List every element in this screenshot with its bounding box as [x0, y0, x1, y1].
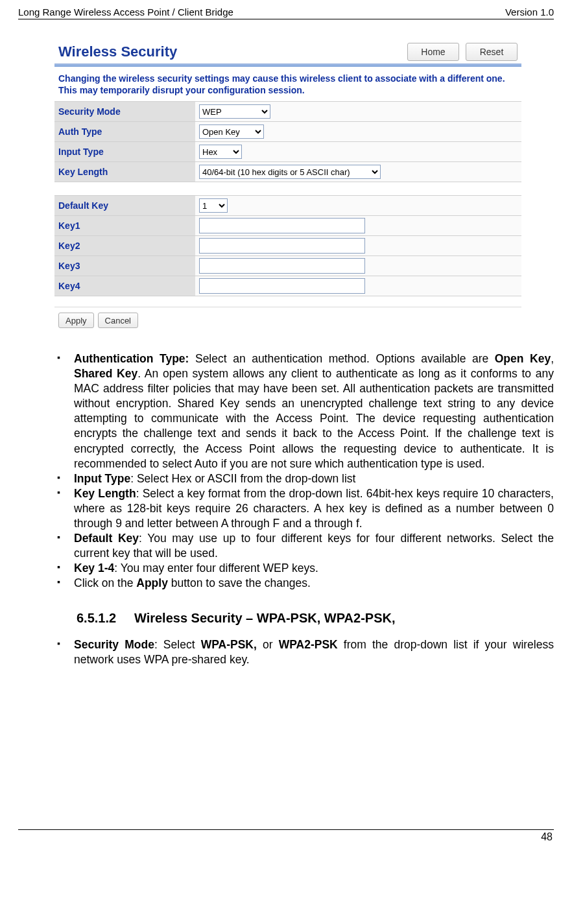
bullet-key-length: Key Length: Select a key format from the… [57, 486, 554, 531]
doc-bullets-2: Security Mode: Select WPA-PSK, or WPA2-P… [18, 637, 554, 667]
label-key2: Key2 [54, 236, 195, 256]
header-right: Version 1.0 [505, 6, 554, 18]
page-number: 48 [541, 831, 553, 842]
input-type-select[interactable]: Hex [199, 145, 242, 159]
page-footer: 48 [18, 829, 554, 843]
label-key4: Key4 [54, 276, 195, 296]
bullet-apply: Click on the Apply button to save the ch… [57, 576, 554, 591]
label-key3: Key3 [54, 256, 195, 276]
form-divider [54, 307, 521, 307]
bullet-input-type: Input Type: Select Hex or ASCII from the… [57, 471, 554, 486]
bullet-auth-type: Authentication Type: Select an authentic… [57, 351, 554, 471]
key-length-select[interactable]: 40/64-bit (10 hex digits or 5 ASCII char… [199, 165, 381, 179]
router-screenshot: Wireless Security Home Reset Changing th… [54, 38, 521, 333]
header-left: Long Range Wireless Access Point / Clien… [18, 6, 233, 18]
label-input-type: Input Type [54, 142, 195, 162]
label-key-length: Key Length [54, 162, 195, 182]
cancel-button[interactable]: Cancel [98, 313, 138, 328]
key1-input[interactable] [199, 218, 365, 233]
home-button[interactable]: Home [407, 43, 459, 61]
bullet-key-1-4: Key 1-4: You may enter four different WE… [57, 561, 554, 576]
auth-type-select[interactable]: Open Key [199, 124, 264, 139]
key4-input[interactable] [199, 278, 365, 294]
key2-input[interactable] [199, 238, 365, 254]
security-mode-select[interactable]: WEP [199, 104, 270, 119]
apply-button[interactable]: Apply [58, 313, 94, 328]
subheading-6-5-1-2: 6.5.1.2 Wireless Security – WPA-PSK, WPA… [77, 611, 554, 626]
warning-text: Changing the wireless security settings … [54, 71, 521, 102]
bullet-security-mode: Security Mode: Select WPA-PSK, or WPA2-P… [57, 637, 554, 667]
key3-input[interactable] [199, 258, 365, 274]
label-default-key: Default Key [54, 196, 195, 216]
label-auth-type: Auth Type [54, 122, 195, 142]
title-divider [54, 64, 521, 67]
reset-button[interactable]: Reset [466, 43, 518, 61]
doc-bullets: Authentication Type: Select an authentic… [18, 351, 554, 591]
label-security-mode: Security Mode [54, 102, 195, 122]
default-key-select[interactable]: 1 [199, 198, 228, 213]
label-key1: Key1 [54, 216, 195, 236]
page-header: Long Range Wireless Access Point / Clien… [18, 6, 554, 19]
section-title: Wireless Security [58, 43, 177, 60]
bullet-default-key: Default Key: You may use up to four diff… [57, 531, 554, 561]
